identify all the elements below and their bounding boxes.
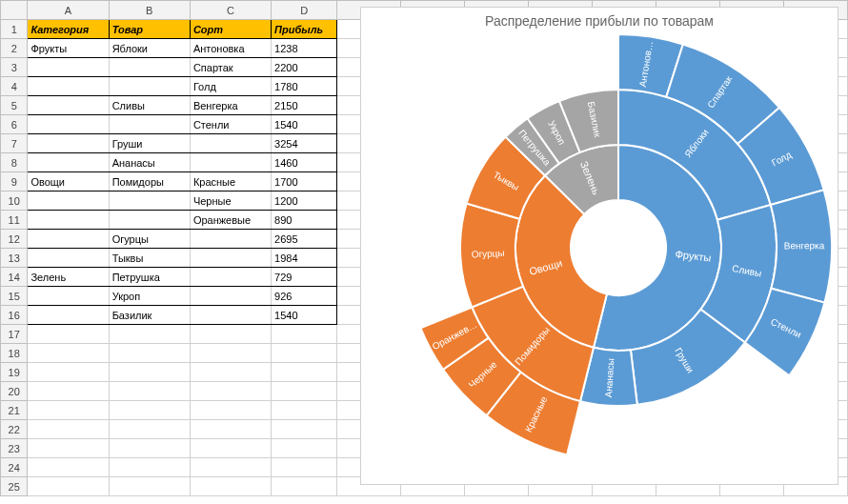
cell[interactable] — [109, 439, 190, 458]
row-header-1[interactable]: 1 — [1, 20, 28, 39]
row-header-23[interactable]: 23 — [1, 439, 28, 458]
row-header-6[interactable]: 6 — [1, 115, 28, 134]
data-cell[interactable]: Базилик — [109, 306, 190, 325]
data-cell[interactable]: Огурцы — [109, 230, 190, 249]
col-header-B[interactable]: B — [109, 1, 190, 20]
header-cell[interactable]: Прибыль — [272, 20, 337, 39]
cell[interactable] — [272, 363, 337, 382]
cell[interactable] — [272, 401, 337, 420]
data-cell[interactable]: 1200 — [272, 192, 337, 211]
data-cell[interactable]: 1984 — [272, 249, 337, 268]
data-cell[interactable]: 2695 — [272, 230, 337, 249]
row-header-7[interactable]: 7 — [1, 134, 28, 153]
row-header-22[interactable]: 22 — [1, 420, 28, 439]
data-cell[interactable]: 1700 — [272, 172, 337, 192]
header-cell[interactable]: Категория — [28, 20, 109, 39]
cell[interactable] — [28, 420, 109, 439]
row-header-5[interactable]: 5 — [1, 96, 28, 115]
row-header-9[interactable]: 9 — [1, 172, 28, 192]
row-header-17[interactable]: 17 — [1, 325, 28, 344]
row-header-13[interactable]: 13 — [1, 249, 28, 268]
data-cell[interactable] — [28, 77, 109, 96]
cell[interactable] — [190, 363, 271, 382]
cell[interactable] — [28, 458, 109, 477]
row-header-25[interactable]: 25 — [1, 477, 28, 496]
cell[interactable] — [28, 401, 109, 420]
cell[interactable] — [109, 458, 190, 477]
cell[interactable] — [272, 420, 337, 439]
row-header-19[interactable]: 19 — [1, 363, 28, 382]
col-header-A[interactable]: A — [28, 1, 109, 20]
col-header-D[interactable]: D — [272, 1, 337, 20]
cell[interactable] — [28, 325, 109, 344]
cell[interactable] — [109, 401, 190, 420]
data-cell[interactable]: Петрушка — [109, 268, 190, 287]
data-cell[interactable] — [190, 268, 271, 287]
cell[interactable] — [190, 401, 271, 420]
data-cell[interactable] — [109, 115, 190, 134]
data-cell[interactable]: Голд — [190, 77, 271, 96]
cell[interactable] — [109, 420, 190, 439]
data-cell[interactable] — [190, 287, 271, 306]
cell[interactable] — [190, 439, 271, 458]
row-header-21[interactable]: 21 — [1, 401, 28, 420]
header-cell[interactable]: Товар — [109, 20, 190, 39]
row-header-15[interactable]: 15 — [1, 287, 28, 306]
cell[interactable] — [28, 363, 109, 382]
data-cell[interactable]: Укроп — [109, 287, 190, 306]
row-header-11[interactable]: 11 — [1, 211, 28, 230]
cell[interactable] — [190, 382, 271, 401]
row-header-3[interactable]: 3 — [1, 58, 28, 77]
data-cell[interactable] — [28, 153, 109, 172]
data-cell[interactable] — [28, 192, 109, 211]
row-header-4[interactable]: 4 — [1, 77, 28, 96]
data-cell[interactable]: 926 — [272, 287, 337, 306]
cell[interactable] — [109, 382, 190, 401]
data-cell[interactable]: Сливы — [109, 96, 190, 115]
data-cell[interactable]: Красные — [190, 172, 271, 192]
data-cell[interactable] — [109, 58, 190, 77]
data-cell[interactable]: Оранжевые — [190, 211, 271, 230]
data-cell[interactable]: 2150 — [272, 96, 337, 115]
cell[interactable] — [109, 477, 190, 496]
data-cell[interactable] — [190, 249, 271, 268]
data-cell[interactable]: Ананасы — [109, 153, 190, 172]
data-cell[interactable]: Овощи — [28, 172, 109, 192]
data-cell[interactable]: Фрукты — [28, 39, 109, 58]
cell[interactable] — [190, 477, 271, 496]
data-cell[interactable]: Венгерка — [190, 96, 271, 115]
cell[interactable] — [190, 325, 271, 344]
cell[interactable] — [109, 325, 190, 344]
data-cell[interactable] — [28, 58, 109, 77]
data-cell[interactable]: Черные — [190, 192, 271, 211]
data-cell[interactable]: Зелень — [28, 268, 109, 287]
cell[interactable] — [272, 382, 337, 401]
data-cell[interactable] — [190, 134, 271, 153]
data-cell[interactable] — [190, 153, 271, 172]
row-header-2[interactable]: 2 — [1, 39, 28, 58]
data-cell[interactable] — [28, 96, 109, 115]
row-header-10[interactable]: 10 — [1, 192, 28, 211]
data-cell[interactable] — [109, 211, 190, 230]
sunburst-chart[interactable]: Распределение прибыли по товарам ФруктыЯ… — [360, 7, 838, 485]
cell[interactable] — [109, 344, 190, 363]
data-cell[interactable] — [190, 230, 271, 249]
data-cell[interactable]: Помидоры — [109, 172, 190, 192]
data-cell[interactable] — [28, 306, 109, 325]
cell[interactable] — [190, 344, 271, 363]
data-cell[interactable] — [28, 134, 109, 153]
data-cell[interactable]: Антоновка — [190, 39, 271, 58]
data-cell[interactable] — [109, 192, 190, 211]
cell[interactable] — [28, 382, 109, 401]
cell[interactable] — [28, 439, 109, 458]
header-cell[interactable]: Сорт — [190, 20, 271, 39]
cell[interactable] — [272, 458, 337, 477]
row-header-20[interactable]: 20 — [1, 382, 28, 401]
cell[interactable] — [109, 363, 190, 382]
data-cell[interactable] — [28, 115, 109, 134]
row-header-18[interactable]: 18 — [1, 344, 28, 363]
cell[interactable] — [28, 477, 109, 496]
cell[interactable] — [272, 344, 337, 363]
row-header-16[interactable]: 16 — [1, 306, 28, 325]
data-cell[interactable]: Стенли — [190, 115, 271, 134]
